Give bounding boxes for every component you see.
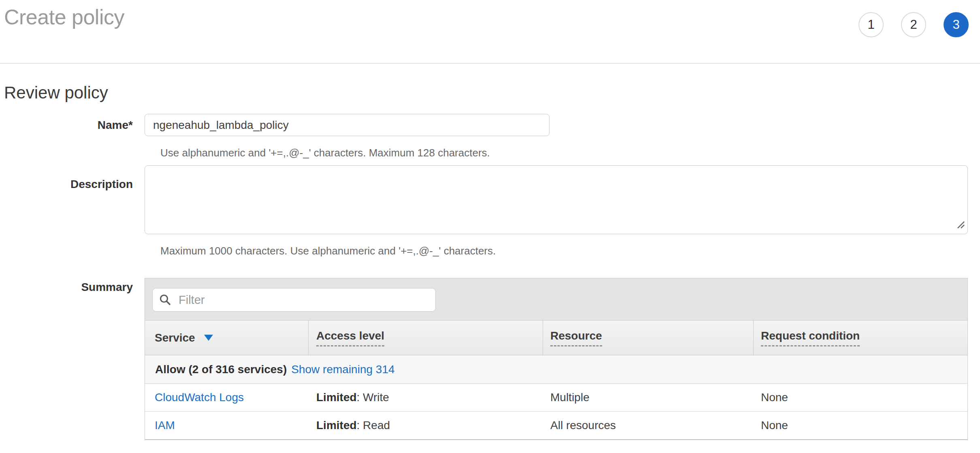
wizard-step-indicator: 1 2 3 (859, 12, 969, 37)
cloudwatch-logs-service-link[interactable]: CloudWatch Logs (155, 391, 244, 404)
step-1-number: 1 (867, 17, 874, 32)
summary-filter-input[interactable] (152, 288, 436, 312)
show-remaining-link[interactable]: Show remaining 314 (291, 363, 394, 376)
policy-description-textarea[interactable] (145, 165, 968, 234)
summary-table-header-row: Service Access level Resource Request co… (145, 320, 967, 355)
description-help-text: Maximum 1000 characters. Use alphanumeri… (160, 245, 968, 257)
request-condition-cell: None (754, 391, 967, 404)
policy-summary-panel: Service Access level Resource Request co… (145, 278, 968, 440)
name-form-row: Name* (4, 114, 980, 136)
request-condition-value: None (761, 419, 788, 432)
summary-form-row: Summary Service (4, 278, 980, 440)
description-textarea-wrap (145, 165, 968, 234)
resource-column-header: Resource (543, 321, 754, 355)
search-icon (159, 293, 172, 308)
resource-cell: Multiple (543, 391, 754, 404)
summary-label: Summary (4, 278, 145, 440)
section-heading: Review policy (4, 83, 980, 103)
description-form-row: Description (4, 165, 980, 234)
resource-value: All resources (550, 419, 616, 432)
step-1-indicator: 1 (859, 12, 884, 37)
access-level-cell: Limited: Write (309, 391, 543, 404)
resource-column-label: Resource (550, 329, 602, 346)
access-level-column-label: Access level (316, 329, 384, 346)
name-label: Name* (4, 118, 145, 132)
step-2-number: 2 (910, 17, 917, 32)
name-help-text: Use alphanumeric and '+=,.@-_' character… (160, 147, 968, 159)
table-row-iam: IAM Limited: Read All resources None (145, 411, 967, 439)
access-level-qualifier: Limited (316, 419, 357, 432)
service-column-header[interactable]: Service (145, 321, 309, 355)
sort-descending-icon (204, 335, 213, 341)
allow-group-label: Allow (2 of 316 services) (155, 363, 287, 376)
step-3-number: 3 (952, 17, 959, 32)
access-level-value: : Read (357, 419, 390, 432)
table-row-cloudwatch-logs: CloudWatch Logs Limited: Write Multiple … (145, 383, 967, 411)
resource-value: Multiple (550, 391, 589, 404)
page-title: Create policy (4, 5, 124, 29)
allow-group-row: Allow (2 of 316 services) Show remaining… (145, 355, 967, 383)
service-column-label: Service (155, 331, 195, 344)
request-condition-column-label: Request condition (761, 329, 860, 346)
access-level-value: : Write (357, 391, 389, 404)
step-2-indicator: 2 (901, 12, 926, 37)
service-cell: CloudWatch Logs (145, 391, 309, 404)
access-level-column-header: Access level (309, 321, 543, 355)
policy-name-input[interactable] (145, 114, 550, 136)
description-label: Description (4, 165, 145, 234)
filter-input-wrap (152, 288, 436, 312)
summary-filter-bar (145, 278, 967, 320)
request-condition-cell: None (754, 419, 967, 432)
step-3-indicator-active: 3 (944, 12, 969, 37)
access-level-qualifier: Limited (316, 391, 357, 404)
iam-service-link[interactable]: IAM (155, 419, 175, 432)
access-level-cell: Limited: Read (309, 419, 543, 432)
service-cell: IAM (145, 419, 309, 432)
request-condition-value: None (761, 391, 788, 404)
resource-cell: All resources (543, 419, 754, 432)
textarea-resize-grip-icon[interactable] (956, 220, 965, 231)
request-condition-column-header: Request condition (754, 321, 967, 355)
review-policy-section: Review policy Name* Use alphanumeric and… (0, 83, 980, 440)
create-policy-page: Create policy 1 2 3 Review policy Name* … (0, 0, 980, 453)
page-header: Create policy 1 2 3 (0, 0, 980, 64)
